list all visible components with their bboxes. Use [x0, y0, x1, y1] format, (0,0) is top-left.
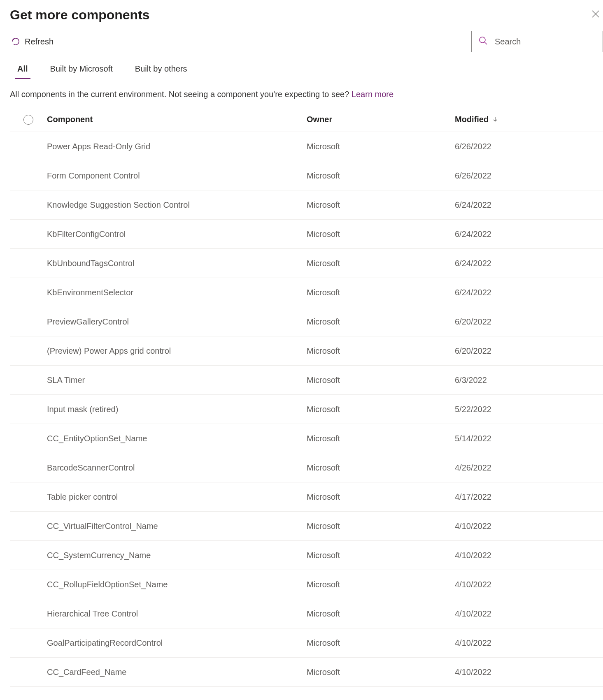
cell-modified: 4/10/2022 [455, 551, 603, 560]
tab-built-by-others[interactable]: Built by others [133, 64, 190, 79]
column-header-modified-label: Modified [455, 115, 489, 124]
close-icon [591, 9, 600, 20]
panel-title: Get more components [10, 7, 150, 23]
cell-owner: Microsoft [307, 229, 455, 239]
table-row[interactable]: CC_SystemCurrency_NameMicrosoft4/10/2022 [10, 541, 603, 570]
cell-owner: Microsoft [307, 346, 455, 356]
refresh-icon [11, 37, 21, 46]
column-header-modified[interactable]: Modified [455, 115, 603, 124]
cell-component: KbUnboundTagsControl [47, 259, 307, 268]
cell-component: CC_SystemCurrency_Name [47, 551, 307, 560]
cell-owner: Microsoft [307, 580, 455, 589]
cell-modified: 5/14/2022 [455, 434, 603, 443]
table-row[interactable]: CC_EntityOptionSet_NameMicrosoft5/14/202… [10, 424, 603, 453]
column-header-component[interactable]: Component [47, 115, 307, 124]
cell-owner: Microsoft [307, 142, 455, 151]
cell-modified: 6/20/2022 [455, 346, 603, 356]
table-body: Power Apps Read-Only GridMicrosoft6/26/2… [10, 132, 603, 687]
cell-modified: 4/10/2022 [455, 522, 603, 531]
cell-component: Input mask (retired) [47, 405, 307, 414]
table-row[interactable]: Knowledge Suggestion Section ControlMicr… [10, 190, 603, 220]
refresh-label: Refresh [25, 37, 54, 46]
cell-modified: 4/10/2022 [455, 580, 603, 589]
cell-component: (Preview) Power Apps grid control [47, 346, 307, 356]
close-button[interactable] [591, 7, 603, 20]
cell-component: CC_RollupFieldOptionSet_Name [47, 580, 307, 589]
cell-modified: 6/24/2022 [455, 200, 603, 210]
cell-component: PreviewGalleryControl [47, 317, 307, 327]
tab-built-by-microsoft[interactable]: Built by Microsoft [48, 64, 115, 79]
cell-owner: Microsoft [307, 200, 455, 210]
cell-component: KbEnvironmentSelector [47, 288, 307, 297]
sort-descending-icon [493, 115, 498, 124]
get-more-components-panel: Get more components Refresh [0, 0, 603, 687]
tab-all[interactable]: All [15, 64, 30, 79]
table-row[interactable]: CC_CardFeed_NameMicrosoft4/10/2022 [10, 658, 603, 687]
search-icon [479, 36, 488, 47]
svg-line-1 [484, 42, 487, 44]
components-table: Component Owner Modified Power Apps Read… [10, 107, 603, 687]
cell-component: GoalParticipatingRecordControl [47, 638, 307, 648]
cell-component: Form Component Control [47, 171, 307, 181]
search-box [471, 31, 603, 52]
table-row[interactable]: CC_VirtualFilterControl_NameMicrosoft4/1… [10, 512, 603, 541]
table-row[interactable]: KbEnvironmentSelectorMicrosoft6/24/2022 [10, 278, 603, 307]
table-row[interactable]: SLA TimerMicrosoft6/3/2022 [10, 366, 603, 395]
svg-point-0 [480, 37, 485, 43]
cell-modified: 5/22/2022 [455, 405, 603, 414]
cell-owner: Microsoft [307, 375, 455, 385]
cell-owner: Microsoft [307, 405, 455, 414]
table-row[interactable]: Form Component ControlMicrosoft6/26/2022 [10, 161, 603, 190]
cell-modified: 6/24/2022 [455, 229, 603, 239]
table-row[interactable]: KbFilterConfigControlMicrosoft6/24/2022 [10, 220, 603, 249]
tabs: All Built by Microsoft Built by others [10, 64, 603, 79]
table-row[interactable]: Power Apps Read-Only GridMicrosoft6/26/2… [10, 132, 603, 161]
header-row: Get more components [10, 7, 603, 28]
select-all-cell [10, 115, 47, 125]
cell-modified: 4/17/2022 [455, 492, 603, 502]
cell-owner: Microsoft [307, 288, 455, 297]
cell-owner: Microsoft [307, 463, 455, 473]
table-row[interactable]: KbUnboundTagsControlMicrosoft6/24/2022 [10, 249, 603, 278]
table-row[interactable]: CC_RollupFieldOptionSet_NameMicrosoft4/1… [10, 570, 603, 599]
table-row[interactable]: GoalParticipatingRecordControlMicrosoft4… [10, 628, 603, 658]
cell-component: CC_CardFeed_Name [47, 668, 307, 677]
table-row[interactable]: Hierarchical Tree ControlMicrosoft4/10/2… [10, 599, 603, 628]
cell-component: Power Apps Read-Only Grid [47, 142, 307, 151]
search-input[interactable] [471, 31, 603, 52]
cell-owner: Microsoft [307, 259, 455, 268]
learn-more-link[interactable]: Learn more [352, 90, 393, 99]
cell-component: Knowledge Suggestion Section Control [47, 200, 307, 210]
cell-modified: 4/26/2022 [455, 463, 603, 473]
cell-modified: 4/10/2022 [455, 668, 603, 677]
cell-modified: 6/26/2022 [455, 142, 603, 151]
table-row[interactable]: Table picker controlMicrosoft4/17/2022 [10, 482, 603, 512]
cell-component: BarcodeScannerControl [47, 463, 307, 473]
column-header-owner[interactable]: Owner [307, 115, 455, 124]
table-row[interactable]: (Preview) Power Apps grid controlMicroso… [10, 336, 603, 366]
cell-modified: 6/3/2022 [455, 375, 603, 385]
cell-owner: Microsoft [307, 638, 455, 648]
cell-owner: Microsoft [307, 317, 455, 327]
table-row[interactable]: PreviewGalleryControlMicrosoft6/20/2022 [10, 307, 603, 336]
intro-body: All components in the current environmen… [10, 90, 352, 99]
table-row[interactable]: BarcodeScannerControlMicrosoft4/26/2022 [10, 453, 603, 482]
cell-owner: Microsoft [307, 668, 455, 677]
intro-text: All components in the current environmen… [10, 90, 603, 99]
table-row[interactable]: Input mask (retired)Microsoft5/22/2022 [10, 395, 603, 424]
cell-modified: 6/26/2022 [455, 171, 603, 181]
cell-modified: 6/24/2022 [455, 259, 603, 268]
cell-component: Hierarchical Tree Control [47, 609, 307, 619]
cell-modified: 6/24/2022 [455, 288, 603, 297]
cell-owner: Microsoft [307, 171, 455, 181]
select-all-checkbox[interactable] [23, 115, 33, 125]
cell-component: Table picker control [47, 492, 307, 502]
cell-owner: Microsoft [307, 551, 455, 560]
toolbar: Refresh [10, 31, 603, 52]
cell-owner: Microsoft [307, 492, 455, 502]
cell-modified: 4/10/2022 [455, 609, 603, 619]
cell-component: KbFilterConfigControl [47, 229, 307, 239]
cell-component: SLA Timer [47, 375, 307, 385]
table-header: Component Owner Modified [10, 107, 603, 132]
refresh-button[interactable]: Refresh [10, 35, 54, 48]
